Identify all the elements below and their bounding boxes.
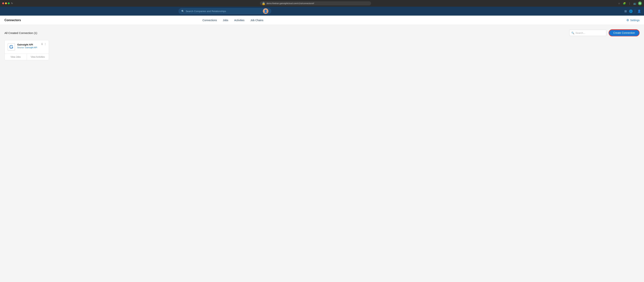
global-search-bar[interactable]: 🔍 👤 (178, 8, 271, 14)
sub-navigation: Connectors Connections Jobs Activities J… (0, 16, 644, 25)
page-title: Connectors (4, 19, 21, 22)
view-jobs-button[interactable]: View Jobs (5, 54, 27, 60)
settings-button[interactable]: ⚙ Settings (626, 18, 640, 22)
connections-header-controls: 🔍 Create Connection (569, 29, 640, 36)
connections-search-icon: 🔍 (571, 32, 574, 34)
connection-card-actions: ℹ ⋮ (42, 43, 46, 46)
nav-jobs[interactable]: Jobs (223, 18, 228, 23)
connection-source: Source: Gainsight API (17, 46, 46, 49)
view-activities-button[interactable]: View Activities (27, 54, 49, 60)
browser-address-bar[interactable]: 🔒 demo-fivetran.gainsightcloud.com/v1/ui… (260, 1, 371, 6)
globe-icon[interactable]: 🌐 (629, 10, 633, 13)
more-options-icon[interactable]: ⋮ (44, 43, 46, 46)
connections-grid: G Gainsight API Source: Gainsight API ℹ … (4, 40, 640, 60)
browser-maximize-dot (8, 3, 10, 4)
browser-toolbar-right: ☆ 🧩 ⋮ 📺 N (617, 2, 642, 5)
browser-extension-icon[interactable]: 🧩 (622, 2, 626, 5)
nav-connections[interactable]: Connections (202, 18, 217, 23)
browser-menu-icon[interactable]: ⋮ (628, 2, 632, 5)
create-connection-button[interactable]: Create Connection (608, 29, 640, 36)
settings-label: Settings (630, 19, 640, 22)
app-header: 🔍 👤 ⊞ 🌐 👤 (0, 7, 644, 16)
browser-lock-icon: 🔒 (262, 2, 266, 5)
user-profile-icon[interactable]: 👤 (637, 10, 641, 13)
connections-search-box[interactable]: 🔍 (569, 30, 606, 36)
connection-card-body: G Gainsight API Source: Gainsight API ℹ … (5, 40, 49, 54)
browser-reload-icon[interactable]: ↻ (11, 2, 13, 5)
connections-header: All Created Connection (1) 🔍 Create Conn… (4, 29, 640, 36)
main-content: All Created Connection (1) 🔍 Create Conn… (0, 25, 644, 282)
user-avatar-search: 👤 (263, 8, 268, 14)
nav-activities[interactable]: Activities (234, 18, 244, 23)
nav-links: Connections Jobs Activities Job Chains (202, 18, 264, 23)
nav-job-chains[interactable]: Job Chains (250, 18, 264, 23)
connection-card-footer: View Jobs View Activities (5, 54, 49, 60)
connection-logo: G (8, 43, 15, 51)
info-icon[interactable]: ℹ (42, 43, 42, 46)
browser-window-controls (2, 3, 10, 4)
browser-chrome: ↻ 🔒 demo-fivetran.gainsightcloud.com/v1/… (0, 0, 644, 7)
browser-minimize-dot (5, 3, 7, 4)
header-right-icons: ⊞ 🌐 👤 (624, 9, 641, 13)
search-icon: 🔍 (181, 10, 184, 13)
browser-cast-icon[interactable]: 📺 (633, 2, 636, 5)
browser-profile-avatar[interactable]: N (638, 2, 642, 5)
settings-gear-icon: ⚙ (626, 18, 629, 22)
cards-icon[interactable]: ⊞ (624, 10, 627, 13)
global-search-input[interactable] (186, 10, 260, 13)
browser-url: demo-fivetran.gainsightcloud.com/v1/ui/c… (266, 2, 314, 5)
browser-close-dot (2, 3, 4, 4)
connections-search-input[interactable] (576, 32, 606, 34)
connection-card: G Gainsight API Source: Gainsight API ℹ … (4, 40, 49, 60)
browser-bookmark-icon[interactable]: ☆ (617, 2, 621, 5)
connections-count-title: All Created Connection (1) (4, 31, 37, 35)
